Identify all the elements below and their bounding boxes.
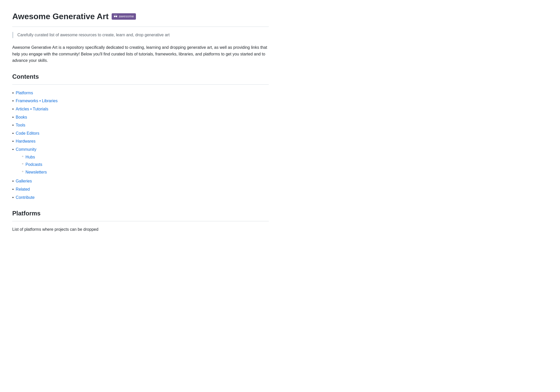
bullet-icon: • [12, 90, 14, 96]
contents-item: •Code Editors [12, 130, 269, 137]
contents-link[interactable]: Platforms [16, 91, 33, 95]
title-divider [12, 27, 269, 27]
badge-icon: 🕶 [114, 14, 117, 19]
contents-link[interactable]: Books [16, 115, 27, 119]
bullet-icon: • [12, 130, 14, 137]
subtitle-text: Carefully curated list of awesome resour… [17, 33, 170, 37]
bullet-icon: • [12, 98, 14, 104]
contents-list: •Platforms•Frameworks • Libraries•Articl… [12, 90, 269, 201]
circle-bullet-icon: ○ [22, 161, 24, 166]
contents-item: •Frameworks • Libraries [12, 98, 269, 104]
contents-item: •Hardwares [12, 138, 269, 145]
sub-list-item: ○Newsletters [22, 169, 47, 176]
bullet-icon: • [12, 122, 14, 129]
contents-link[interactable]: Frameworks • Libraries [16, 99, 58, 103]
bullet-icon: • [12, 178, 14, 185]
platforms-section: Platforms List of platforms where projec… [12, 209, 269, 233]
bullet-icon: • [12, 114, 14, 121]
sub-list: ○Hubs○Podcasts○Newsletters [22, 154, 47, 176]
contents-item: •Contribute [12, 194, 269, 201]
sub-list-item: ○Podcasts [22, 161, 47, 168]
contents-link[interactable]: Community [16, 147, 37, 152]
contents-link[interactable]: Tools [16, 123, 25, 127]
subtitle-blockquote: Carefully curated list of awesome resour… [12, 32, 269, 38]
bullet-icon: • [12, 146, 14, 153]
contents-item: •Articles • Tutorials [12, 106, 269, 112]
badge-text: awesome [119, 14, 134, 19]
contents-item: •Books [12, 114, 269, 121]
contents-link[interactable]: Contribute [16, 195, 35, 200]
contents-heading: Contents [12, 72, 269, 81]
contents-link[interactable]: Hardwares [16, 139, 36, 143]
bullet-icon: • [12, 186, 14, 193]
intro-paragraph: Awesome Generative Art is a repository s… [12, 44, 269, 64]
contents-item: •Galleries [12, 178, 269, 185]
bullet-icon: • [12, 194, 14, 201]
contents-divider [12, 84, 269, 85]
contents-item: •Community○Hubs○Podcasts○Newsletters [12, 146, 269, 176]
bullet-icon: • [12, 106, 14, 112]
platforms-description: List of platforms where projects can be … [12, 226, 269, 233]
platforms-divider [12, 221, 269, 221]
page-title: Awesome Generative Art [12, 10, 109, 22]
contents-link[interactable]: Articles • Tutorials [16, 107, 48, 111]
contents-item: •Tools [12, 122, 269, 129]
sub-contents-link[interactable]: Hubs [26, 154, 35, 160]
contents-item: •Related [12, 186, 269, 193]
platforms-heading: Platforms [12, 209, 269, 218]
sub-contents-link[interactable]: Newsletters [26, 169, 47, 176]
contents-link[interactable]: Related [16, 187, 30, 191]
awesome-badge: 🕶 awesome [112, 13, 136, 20]
bullet-icon: • [12, 138, 14, 145]
contents-link[interactable]: Code Editors [16, 131, 40, 135]
contents-item: •Platforms [12, 90, 269, 96]
circle-bullet-icon: ○ [22, 154, 24, 159]
sub-list-item: ○Hubs [22, 154, 47, 160]
sub-contents-link[interactable]: Podcasts [26, 161, 42, 168]
contents-link[interactable]: Galleries [16, 179, 32, 183]
circle-bullet-icon: ○ [22, 169, 24, 174]
